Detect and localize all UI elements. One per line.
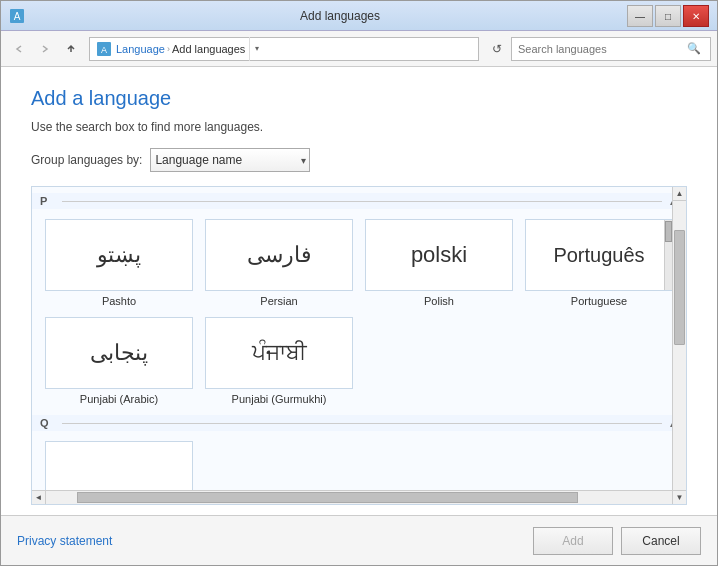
breadcrumb: Language › Add languages <box>116 43 245 55</box>
footer: Privacy statement Add Cancel <box>1 515 717 565</box>
list-item[interactable] <box>44 441 194 490</box>
window: A Add languages — □ ✕ A <box>0 0 718 566</box>
subtitle: Use the search box to find more language… <box>31 120 687 134</box>
group-select-wrapper: Language name Script Region <box>150 148 310 172</box>
search-input[interactable] <box>518 43 684 55</box>
svg-text:A: A <box>101 45 107 55</box>
lang-name-polish: Polish <box>424 295 454 307</box>
lang-box-punjabi-arabic[interactable]: پنجابی <box>45 317 193 389</box>
back-button[interactable] <box>7 37 31 61</box>
language-list-scroll[interactable]: P ▲ پښتو Pashto فارسی <box>32 187 686 490</box>
close-button[interactable]: ✕ <box>683 5 709 27</box>
lang-native-polish: polski <box>411 242 467 268</box>
scrollbar-up-button[interactable]: ▲ <box>673 187 686 201</box>
scrollbar-track <box>673 201 686 490</box>
breadcrumb-separator: › <box>167 44 170 54</box>
section-header-q: Q ▲ <box>32 415 686 431</box>
group-select[interactable]: Language name Script Region <box>150 148 310 172</box>
list-item[interactable]: ਪੰਜਾਬੀ Punjabi (Gurmukhi) <box>204 317 354 405</box>
section-line-p <box>62 201 662 202</box>
scrollbar-thumb-portuguese <box>665 221 672 242</box>
privacy-link[interactable]: Privacy statement <box>17 534 112 548</box>
page-title: Add a language <box>31 87 687 110</box>
footer-buttons: Add Cancel <box>533 527 701 555</box>
window-title: Add languages <box>31 9 649 23</box>
cancel-button[interactable]: Cancel <box>621 527 701 555</box>
list-item[interactable]: Português Portuguese <box>524 219 674 307</box>
add-button[interactable]: Add <box>533 527 613 555</box>
svg-text:A: A <box>14 11 21 22</box>
lang-native-pashto: پښتو <box>97 242 141 268</box>
lang-name-persian: Persian <box>260 295 297 307</box>
breadcrumb-item-language[interactable]: Language <box>116 43 165 55</box>
list-item[interactable]: polski Polish <box>364 219 514 307</box>
lang-native-portuguese: Português <box>553 243 644 267</box>
address-dropdown-button[interactable]: ▾ <box>249 37 263 61</box>
window-icon: A <box>9 8 25 24</box>
section-p-grid: پښتو Pashto فارسی Persian polski <box>32 209 686 415</box>
forward-button[interactable] <box>33 37 57 61</box>
maximize-button[interactable]: □ <box>655 5 681 27</box>
lang-name-punjabi-arabic: Punjabi (Arabic) <box>80 393 158 405</box>
address-icon: A <box>96 41 112 57</box>
list-horizontal-scrollbar: ◄ ► <box>32 490 686 504</box>
lang-native-punjabi-gurmukhi: ਪੰਜਾਬੀ <box>252 340 307 366</box>
scrollbar-down-button[interactable]: ▼ <box>673 490 686 504</box>
search-button[interactable]: 🔍 <box>684 39 704 59</box>
title-bar: A Add languages — □ ✕ <box>1 1 717 31</box>
up-button[interactable] <box>59 37 83 61</box>
lang-box-q1[interactable] <box>45 441 193 490</box>
list-vertical-scrollbar: ▲ ▼ <box>672 187 686 504</box>
scrollbar-portuguese <box>664 220 672 290</box>
lang-box-polish[interactable]: polski <box>365 219 513 291</box>
lang-name-punjabi-gurmukhi: Punjabi (Gurmukhi) <box>232 393 327 405</box>
list-item[interactable]: پښتو Pashto <box>44 219 194 307</box>
search-box: 🔍 <box>511 37 711 61</box>
group-label: Group languages by: <box>31 153 142 167</box>
lang-box-persian[interactable]: فارسی <box>205 219 353 291</box>
section-letter-q: Q <box>40 417 56 429</box>
lang-box-punjabi-gurmukhi[interactable]: ਪੰਜਾਬੀ <box>205 317 353 389</box>
refresh-button[interactable]: ↺ <box>485 37 509 61</box>
nav-bar: A Language › Add languages ▾ ↺ 🔍 <box>1 31 717 67</box>
language-list-area: P ▲ پښتو Pashto فارسی <box>31 186 687 505</box>
group-row: Group languages by: Language name Script… <box>31 148 687 172</box>
section-letter-p: P <box>40 195 56 207</box>
hscroll-left-button[interactable]: ◄ <box>32 491 46 505</box>
lang-box-portuguese[interactable]: Português <box>525 219 673 291</box>
hscroll-thumb[interactable] <box>77 492 578 503</box>
scrollbar-thumb[interactable] <box>674 230 685 346</box>
section-line-q <box>62 423 662 424</box>
section-header-p: P ▲ <box>32 193 686 209</box>
list-item[interactable]: پنجابی Punjabi (Arabic) <box>44 317 194 405</box>
minimize-button[interactable]: — <box>627 5 653 27</box>
lang-box-pashto[interactable]: پښتو <box>45 219 193 291</box>
lang-name-pashto: Pashto <box>102 295 136 307</box>
section-q-grid <box>32 431 686 490</box>
title-bar-controls: — □ ✕ <box>627 5 709 27</box>
content: Add a language Use the search box to fin… <box>1 67 717 515</box>
lang-name-portuguese: Portuguese <box>571 295 627 307</box>
address-bar: A Language › Add languages ▾ <box>89 37 479 61</box>
lang-native-persian: فارسی <box>247 242 312 268</box>
lang-native-punjabi-arabic: پنجابی <box>90 340 148 366</box>
list-item[interactable]: فارسی Persian <box>204 219 354 307</box>
hscroll-track <box>46 491 672 504</box>
breadcrumb-item-add-languages: Add languages <box>172 43 245 55</box>
